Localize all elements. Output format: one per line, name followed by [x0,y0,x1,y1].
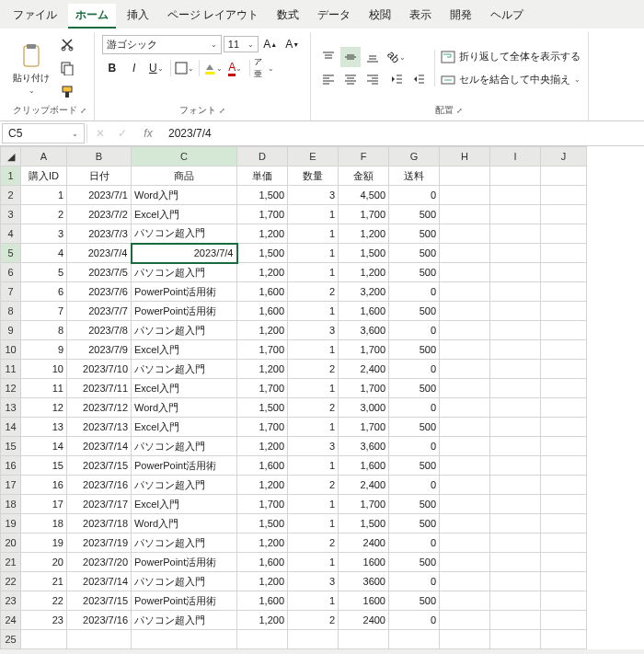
cell-D22[interactable]: 1,200 [237,572,288,591]
cell-D18[interactable]: 1,700 [237,495,288,514]
cell-E15[interactable]: 3 [288,437,339,456]
column-header-B[interactable]: B [67,147,132,166]
table-header-cell[interactable]: 購入ID [21,166,67,186]
cell-F12[interactable]: 1,700 [339,379,389,398]
cell-B11[interactable]: 2023/7/10 [67,360,132,379]
cell-C9[interactable]: パソコン超入門 [132,321,237,340]
cell-B22[interactable]: 2023/7/14 [67,572,132,591]
fx-icon[interactable]: fx [137,127,159,140]
select-all-button[interactable]: ◢ [1,147,21,166]
cell-B5[interactable]: 2023/7/4 [67,244,132,263]
cell-A15[interactable]: 14 [21,437,67,456]
cell-A20[interactable]: 19 [21,534,67,553]
cell-A18[interactable]: 17 [21,495,67,514]
cell-G23[interactable]: 500 [389,591,440,611]
cell-D6[interactable]: 1,200 [237,263,288,282]
cell-C10[interactable]: Excel入門 [132,340,237,360]
column-header-F[interactable]: F [339,147,389,166]
cell-E10[interactable]: 1 [288,340,339,360]
cell-A16[interactable]: 15 [21,456,67,476]
cell-A21[interactable]: 20 [21,553,67,572]
column-header-C[interactable]: C [132,147,237,166]
cell-F16[interactable]: 1,600 [339,456,389,476]
row-header-16[interactable]: 16 [1,456,21,476]
name-box[interactable]: C5⌄ [2,123,85,143]
tab-ホーム[interactable]: ホーム [68,4,116,29]
cell-B14[interactable]: 2023/7/13 [67,418,132,437]
clipboard-launcher-icon[interactable]: ⤢ [80,107,86,115]
cell-D13[interactable]: 1,500 [237,398,288,418]
column-header-G[interactable]: G [389,147,440,166]
fill-color-icon[interactable]: ⌄ [203,58,224,78]
cell-D15[interactable]: 1,200 [237,437,288,456]
cell-F13[interactable]: 3,000 [339,398,389,418]
cell-E2[interactable]: 3 [288,186,339,205]
row-header-4[interactable]: 4 [1,224,21,244]
cell-B8[interactable]: 2023/7/7 [67,302,132,321]
cell-D17[interactable]: 1,200 [237,476,288,495]
cell-B17[interactable]: 2023/7/16 [67,476,132,495]
cell-C4[interactable]: パソコン超入門 [132,224,237,244]
cell-G21[interactable]: 500 [389,553,440,572]
cell-E24[interactable]: 2 [288,611,339,630]
tab-ヘルプ[interactable]: ヘルプ [483,4,531,29]
row-header-15[interactable]: 15 [1,437,21,456]
cell-C16[interactable]: PowerPoint活用術 [132,456,237,476]
cell-B7[interactable]: 2023/7/6 [67,282,132,302]
cell-F6[interactable]: 1,200 [339,263,389,282]
cell-A23[interactable]: 22 [21,591,67,611]
cell-F19[interactable]: 1,500 [339,514,389,534]
column-header-E[interactable]: E [288,147,339,166]
cell-G6[interactable]: 500 [389,263,440,282]
decrease-font-icon[interactable]: A▼ [282,34,303,54]
cell-G10[interactable]: 500 [389,340,440,360]
orientation-icon[interactable]: ab⌄ [386,47,407,67]
cell-B12[interactable]: 2023/7/11 [67,379,132,398]
row-header-23[interactable]: 23 [1,591,21,611]
cell-E11[interactable]: 2 [288,360,339,379]
bold-icon[interactable]: B [102,58,122,78]
cell-E13[interactable]: 2 [288,398,339,418]
italic-icon[interactable]: I [124,58,144,78]
column-header-J[interactable]: J [541,147,587,166]
row-header-6[interactable]: 6 [1,263,21,282]
row-header-22[interactable]: 22 [1,572,21,591]
cell-A4[interactable]: 3 [21,224,67,244]
cell-D4[interactable]: 1,200 [237,224,288,244]
cell-C23[interactable]: PowerPoint活用術 [132,591,237,611]
cell-A12[interactable]: 11 [21,379,67,398]
cell-D24[interactable]: 1,200 [237,611,288,630]
column-header-A[interactable]: A [21,147,67,166]
cell-F17[interactable]: 2,400 [339,476,389,495]
align-center-icon[interactable] [340,69,361,89]
cell-B18[interactable]: 2023/7/17 [67,495,132,514]
cell-E16[interactable]: 1 [288,456,339,476]
tab-数式[interactable]: 数式 [270,4,306,29]
row-header-7[interactable]: 7 [1,282,21,302]
cell-B21[interactable]: 2023/7/20 [67,553,132,572]
underline-icon[interactable]: U⌄ [146,58,167,78]
cell-G15[interactable]: 0 [389,437,440,456]
cell-A3[interactable]: 2 [21,205,67,224]
cell-C8[interactable]: PowerPoint活用術 [132,302,237,321]
cell-G8[interactable]: 500 [389,302,440,321]
decrease-indent-icon[interactable] [386,69,407,89]
cell-A24[interactable]: 23 [21,611,67,630]
merge-center-button[interactable]: セルを結合して中央揃え ⌄ [441,71,581,88]
cell-D5[interactable]: 1,500 [237,244,288,263]
cut-icon[interactable] [57,34,77,54]
cell-E5[interactable]: 1 [288,244,339,263]
copy-icon[interactable] [57,58,77,78]
phonetic-icon[interactable]: ア亜⌄ [254,58,274,78]
cell-F18[interactable]: 1,700 [339,495,389,514]
font-size-select[interactable]: 11⌄ [224,36,259,52]
cell-G9[interactable]: 0 [389,321,440,340]
cell-G14[interactable]: 500 [389,418,440,437]
cell-C2[interactable]: Word入門 [132,186,237,205]
tab-ファイル[interactable]: ファイル [6,4,64,29]
font-color-icon[interactable]: A⌄ [225,58,246,78]
cell-C3[interactable]: Excel入門 [132,205,237,224]
align-left-icon[interactable] [318,69,339,89]
cell-E9[interactable]: 3 [288,321,339,340]
cell-F22[interactable]: 3600 [339,572,389,591]
